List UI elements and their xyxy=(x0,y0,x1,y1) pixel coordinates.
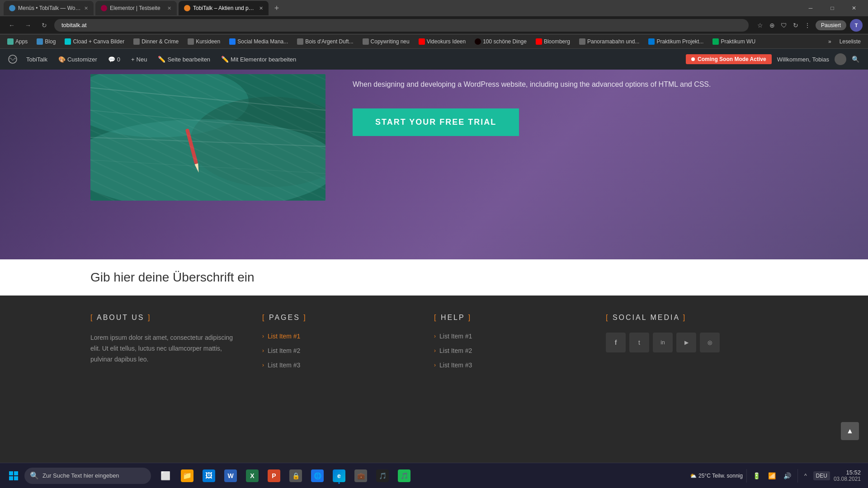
tab-close-wp[interactable]: ✕ xyxy=(84,5,88,11)
sync-icon[interactable]: ↻ xyxy=(791,21,800,30)
edit-label: Seite bearbeiten xyxy=(167,56,210,63)
clock-time: 15:52 xyxy=(834,469,861,476)
taskbar-app-fileexplorer[interactable]: 📁 xyxy=(177,466,197,486)
bookmark-dinner[interactable]: Dinner & Crime xyxy=(130,38,182,46)
taskbar-icons-overflow[interactable]: ^ xyxy=(802,471,810,481)
extension-icon[interactable]: ⊕ xyxy=(768,21,777,30)
close-button[interactable]: ✕ xyxy=(844,0,864,16)
tab-close-tobitalk[interactable]: ✕ xyxy=(259,5,263,11)
bookmark-videokurs[interactable]: Videokurs Ideen xyxy=(415,38,470,46)
user-avatar[interactable] xyxy=(835,53,846,65)
tab-wordpress[interactable]: Menüs • TobiTalk — WordPress ✕ xyxy=(4,1,94,15)
list-arrow-icon: › xyxy=(434,333,436,339)
minimize-button[interactable]: ─ xyxy=(800,0,821,16)
bookmark-wu[interactable]: Praktikum WU xyxy=(709,38,759,46)
scroll-top-button[interactable]: ▲ xyxy=(841,422,859,440)
footer-pages-title: [ PAGES ] xyxy=(262,314,434,322)
refresh-button[interactable]: ↻ xyxy=(38,19,51,32)
bookmark-leseliste[interactable]: Leseliste xyxy=(836,38,864,46)
taskview-icon: ⬜ xyxy=(159,469,172,482)
tab-tobitalk[interactable]: TobiTalk – Aktien und persönli... ✕ xyxy=(179,1,269,15)
hero-subtitle: When designing and developing a WordPres… xyxy=(353,79,778,90)
taskbar-app-powerpoint[interactable]: P xyxy=(264,466,284,486)
taskbar-app-edge[interactable]: e xyxy=(329,466,349,486)
weather-info[interactable]: ⛅ 25°C Teilw. sonnig xyxy=(690,473,743,479)
bookmark-label: Social Media Mana... xyxy=(237,38,288,45)
about-bracket-open: [ xyxy=(90,314,97,321)
bookmark-panorama[interactable]: Panoramabahn und... xyxy=(576,38,643,46)
pause-button[interactable]: Pausiert xyxy=(816,20,846,30)
wp-search-icon[interactable]: 🔍 xyxy=(848,52,863,66)
profile-button[interactable]: T xyxy=(850,19,863,32)
main-content: When designing and developing a WordPres… xyxy=(0,70,868,463)
bookmark-bloomberg[interactable]: Bloomberg xyxy=(532,38,574,46)
wordpress-logo[interactable] xyxy=(5,52,20,66)
footer-about: [ ABOUT US ] Lorem ipsum dolor sit amet,… xyxy=(90,314,262,436)
youtube-icon[interactable]: ▶ xyxy=(676,333,696,352)
bookmark-apps[interactable]: Apps xyxy=(4,38,31,46)
wp-site-name[interactable]: TobiTalk xyxy=(22,49,52,70)
help-item-2[interactable]: › List Item #2 xyxy=(434,347,606,354)
footer-social: [ SOCIAL MEDIA ] f t in ▶ ◎ xyxy=(606,314,778,436)
bookmark-blog[interactable]: Blog xyxy=(33,38,59,46)
greeting-text: Willkommen, Tobias xyxy=(777,56,829,63)
shield-icon[interactable]: 🛡 xyxy=(779,21,788,30)
taskbar-app-spotify[interactable]: 🎵 xyxy=(394,466,414,486)
pages-item-2[interactable]: › List Item #2 xyxy=(262,347,434,354)
taskbar-app-music[interactable]: 🎵 xyxy=(373,466,392,486)
sound-icon[interactable]: 🔊 xyxy=(781,469,794,482)
taskbar-app-browser2[interactable]: 🌐 xyxy=(307,466,327,486)
taskbar-app-app6[interactable]: 🔒 xyxy=(286,466,306,486)
taskbar-search[interactable]: 🔍 Zur Suche Text hier eingeben xyxy=(24,468,151,484)
instagram-icon[interactable]: ◎ xyxy=(700,333,720,352)
bookmarks-more[interactable]: » xyxy=(826,38,834,46)
pages-item-3[interactable]: › List Item #3 xyxy=(262,361,434,369)
address-input[interactable] xyxy=(54,19,749,32)
help-item-3[interactable]: › List Item #3 xyxy=(434,361,606,369)
taskbar-app-taskview[interactable]: ⬜ xyxy=(156,466,175,486)
taskbar-divider xyxy=(746,469,747,483)
back-button[interactable]: ← xyxy=(5,19,18,32)
star-icon[interactable]: ☆ xyxy=(756,21,765,30)
taskbar-app-photos[interactable]: 🖼 xyxy=(199,466,219,486)
help-item-1[interactable]: › List Item #1 xyxy=(434,333,606,340)
pages-item-1[interactable]: › List Item #1 xyxy=(262,333,434,340)
new-label: Neu xyxy=(137,56,147,63)
bookmark-social[interactable]: Social Media Mana... xyxy=(226,38,292,46)
tab-close-elementor[interactable]: ✕ xyxy=(167,5,171,11)
spotify-icon: 🎵 xyxy=(398,469,410,482)
white-section: Gib hier deine Überschrift ein xyxy=(0,259,868,296)
bookmark-praktikum[interactable]: Praktikum Projekt... xyxy=(645,38,707,46)
maximize-button[interactable]: □ xyxy=(822,0,843,16)
wp-new[interactable]: + Neu xyxy=(127,49,151,70)
start-button[interactable] xyxy=(4,466,24,486)
coming-soon-badge[interactable]: Coming Soon Mode Active xyxy=(686,54,772,64)
weather-icon: ⛅ xyxy=(690,473,697,479)
trial-button[interactable]: START YOUR FREE TRIAL xyxy=(353,108,519,136)
language-badge[interactable]: DEU xyxy=(813,471,830,480)
linkedin-icon[interactable]: in xyxy=(653,333,673,352)
bookmark-100dinge[interactable]: 100 schöne Dinge xyxy=(471,38,530,46)
wifi-icon[interactable]: 📶 xyxy=(766,469,778,482)
bookmark-copywriting[interactable]: Copywriting neu xyxy=(359,38,413,46)
settings-icon[interactable]: ⋮ xyxy=(803,21,812,30)
new-tab-button[interactable]: + xyxy=(270,2,283,14)
bookmark-kursideen[interactable]: Kursideen xyxy=(184,38,224,46)
taskbar-app-word[interactable]: W xyxy=(221,466,241,486)
battery-icon[interactable]: 🔋 xyxy=(750,469,763,482)
wp-edit-page[interactable]: ✏️ Seite bearbeiten xyxy=(153,49,215,70)
twitter-icon[interactable]: t xyxy=(629,333,649,352)
clock[interactable]: 15:52 03.08.2021 xyxy=(834,469,861,482)
facebook-icon[interactable]: f xyxy=(606,333,626,352)
tab-elementor[interactable]: Elementor | Testseite ✕ xyxy=(95,1,177,15)
bookmark-label: Bois d'Argent Duft... xyxy=(305,38,353,45)
taskbar-app-excel[interactable]: X xyxy=(242,466,262,486)
bookmark-bois[interactable]: Bois d'Argent Duft... xyxy=(293,38,357,46)
excel-icon: X xyxy=(246,469,259,482)
wp-comments[interactable]: 💬 0 xyxy=(104,49,125,70)
forward-button[interactable]: → xyxy=(22,19,34,32)
wp-customizer[interactable]: 🎨 Customizer xyxy=(54,49,102,70)
wp-elementor-edit[interactable]: ✏️ Mit Elementor bearbeiten xyxy=(217,49,301,70)
bookmark-canva[interactable]: Cload + Canva Bilder xyxy=(61,38,128,46)
taskbar-app-app9[interactable]: 💼 xyxy=(351,466,371,486)
